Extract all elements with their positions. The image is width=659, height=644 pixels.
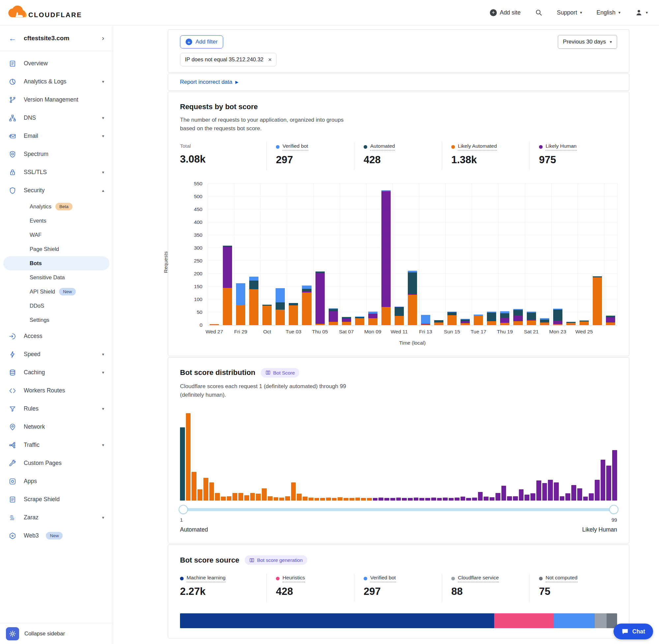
sidebar-subitem-bots[interactable]: Bots <box>3 256 110 270</box>
histogram-bar-likely_human[interactable] <box>524 495 529 501</box>
time-range-dropdown[interactable]: Previous 30 days ▾ <box>558 35 617 49</box>
source-bar-segment-heuristics[interactable] <box>494 613 554 628</box>
histogram-bar-likely_human[interactable] <box>571 485 576 501</box>
stat-label[interactable]: Automated <box>363 143 395 151</box>
histogram-bar-likely_automated[interactable] <box>221 497 226 501</box>
source-bar-segment-verified_bot[interactable] <box>554 613 595 628</box>
chart-bar[interactable] <box>406 184 419 325</box>
histogram-bar-likely_automated[interactable] <box>344 498 349 501</box>
histogram-bar-likely_automated[interactable] <box>186 413 191 501</box>
slider-handle-min[interactable] <box>179 505 188 514</box>
histogram-bar-likely_human[interactable] <box>519 489 524 501</box>
bot-score-generation-badge[interactable]: Bot score generation <box>244 555 307 565</box>
histogram-bar-likely_automated[interactable] <box>232 493 237 501</box>
account-menu[interactable]: ▾ <box>635 8 648 17</box>
histogram-bar-likely_human[interactable] <box>402 498 407 501</box>
histogram-bar-likely_human[interactable] <box>531 493 535 501</box>
histogram-bar-likely_human[interactable] <box>378 498 383 501</box>
chart-bar[interactable] <box>564 184 578 325</box>
chart-bar[interactable] <box>498 184 511 325</box>
bot-score-badge[interactable]: Bot Score <box>261 368 300 377</box>
histogram-bar-likely_human[interactable] <box>595 480 600 501</box>
histogram-bar-likely_human[interactable] <box>472 498 477 501</box>
histogram-bar-likely_automated[interactable] <box>274 497 279 501</box>
histogram-bar-likely_automated[interactable] <box>238 493 243 501</box>
histogram-bar-likely_human[interactable] <box>601 460 606 501</box>
chart-bar[interactable] <box>274 184 287 325</box>
chart-bar[interactable] <box>525 184 538 325</box>
histogram-bar-likely_automated[interactable] <box>204 478 208 501</box>
chart-bar[interactable] <box>551 184 564 325</box>
chart-bar[interactable] <box>393 184 406 325</box>
histogram-bar-likely_human[interactable] <box>577 488 582 501</box>
sidebar-subitem-sensitive-data[interactable]: Sensitive Data <box>0 270 113 284</box>
sidebar-item-zaraz[interactable]: Zaraz▾ <box>0 508 113 527</box>
sidebar-item-dns[interactable]: DNS▾ <box>0 109 113 127</box>
chart-bar[interactable] <box>578 184 591 325</box>
histogram-bar-likely_automated[interactable] <box>367 498 372 501</box>
histogram-bar-likely_automated[interactable] <box>303 497 308 501</box>
chart-bar[interactable] <box>591 184 604 325</box>
histogram-bar-likely_human[interactable] <box>507 496 512 501</box>
chart-bar[interactable] <box>313 184 327 325</box>
chart-bar[interactable] <box>432 184 445 325</box>
chart-bar[interactable] <box>485 184 498 325</box>
histogram-bar-likely_automated[interactable] <box>209 482 214 501</box>
chart-bar[interactable] <box>234 184 247 325</box>
sidebar-item-email[interactable]: Email▾ <box>0 127 113 145</box>
histogram-bar-likely_human[interactable] <box>554 482 559 501</box>
chart-bar[interactable] <box>511 184 524 325</box>
sidebar-subitem-api-shield[interactable]: API ShieldNew <box>0 284 113 299</box>
histogram-bar-likely_automated[interactable] <box>332 498 337 501</box>
support-menu[interactable]: Support ▾ <box>557 9 582 16</box>
chart-bar[interactable] <box>300 184 313 325</box>
slider-handle-max[interactable] <box>609 505 618 514</box>
histogram-bar-likely_human[interactable] <box>461 497 466 501</box>
add-site-button[interactable]: + Add site <box>490 9 521 16</box>
language-menu[interactable]: English ▾ <box>597 9 620 16</box>
histogram-bar-likely_automated[interactable] <box>244 495 249 501</box>
sidebar-item-web3[interactable]: Web3New <box>0 527 113 545</box>
report-incorrect-data-link[interactable]: Report incorrect data <box>180 79 232 86</box>
sidebar-subitem-settings[interactable]: Settings <box>0 313 113 327</box>
sidebar-subitem-analytics[interactable]: AnalyticsBeta <box>0 200 113 214</box>
chevron-right-icon[interactable]: › <box>102 34 104 42</box>
histogram-bar-likely_human[interactable] <box>449 498 454 501</box>
histogram-bar-likely_human[interactable] <box>536 480 541 501</box>
sidebar-item-apps[interactable]: Apps <box>0 472 113 490</box>
histogram-bar-likely_automated[interactable] <box>349 498 354 501</box>
cloudflare-logo[interactable]: CLOUDFLARE <box>6 6 82 20</box>
histogram-bar-likely_automated[interactable] <box>268 496 273 501</box>
add-filter-button[interactable]: + Add filter <box>180 35 223 48</box>
chat-button[interactable]: Chat <box>613 624 653 639</box>
chart-bar[interactable] <box>287 184 300 325</box>
sidebar-item-caching[interactable]: Caching▾ <box>0 363 113 382</box>
sidebar-item-security[interactable]: Security▴ <box>0 181 113 200</box>
filter-chip[interactable]: IP does not equal 35.212.240.32 × <box>180 53 277 66</box>
histogram-bar-likely_human[interactable] <box>560 496 565 501</box>
histogram-bar-likely_human[interactable] <box>384 498 389 501</box>
histogram-bar-likely_human[interactable] <box>501 486 507 501</box>
histogram-bar-likely_automated[interactable] <box>291 482 296 501</box>
histogram-bar-likely_automated[interactable] <box>256 493 261 501</box>
chart-bar[interactable] <box>327 184 340 325</box>
stat-label[interactable]: Verified bot <box>363 575 396 582</box>
histogram-bar-likely_human[interactable] <box>606 466 611 501</box>
chart-bar[interactable] <box>458 184 472 325</box>
chart-bar[interactable] <box>472 184 485 325</box>
histogram-bar-likely_automated[interactable] <box>326 498 331 501</box>
sidebar-item-rules[interactable]: Rules▾ <box>0 400 113 418</box>
sidebar-subitem-page-shield[interactable]: Page Shield <box>0 242 113 256</box>
histogram-bar-likely_automated[interactable] <box>355 498 360 501</box>
histogram-bar-likely_human[interactable] <box>431 498 436 501</box>
sidebar-item-traffic[interactable]: Traffic▾ <box>0 436 113 454</box>
sidebar-subitem-waf[interactable]: WAF <box>0 228 113 242</box>
chart-bar[interactable] <box>604 184 617 325</box>
histogram-bar-likely_human[interactable] <box>373 498 378 501</box>
histogram-bar-likely_automated[interactable] <box>320 498 325 501</box>
stat-label[interactable]: Cloudflare service <box>451 575 499 582</box>
back-arrow-icon[interactable]: ← <box>8 33 17 43</box>
sidebar-item-analytics-logs[interactable]: Analytics & Logs▾ <box>0 72 113 91</box>
histogram-bar-likely_automated[interactable] <box>285 496 290 501</box>
histogram-bar-likely_automated[interactable] <box>314 498 320 501</box>
